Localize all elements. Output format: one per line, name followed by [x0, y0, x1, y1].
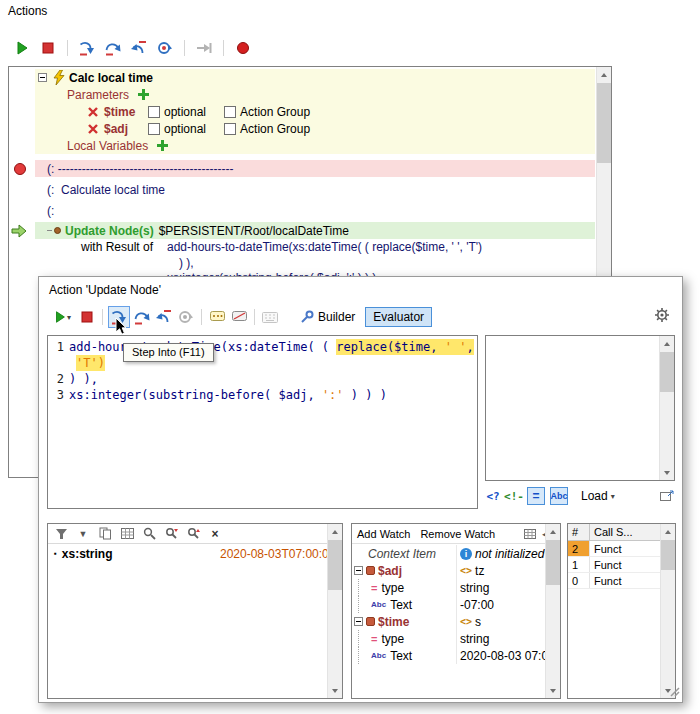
scroll-up-button[interactable]: [597, 67, 611, 82]
scrollbar-thumb[interactable]: [660, 352, 674, 392]
search-prev-icon[interactable]: [185, 526, 201, 542]
watch-row[interactable]: AbcText 2020-08-03 07:00:00: [352, 647, 545, 664]
with-result-row[interactable]: with Result of add-hours-to-dateTime(xs:…: [35, 239, 595, 255]
breakpoint-icon[interactable]: [14, 163, 26, 175]
run-icon[interactable]: [12, 38, 32, 58]
equals-toggle[interactable]: =: [527, 487, 545, 505]
callstack-row[interactable]: 2 Funct: [568, 541, 660, 557]
comment-line-row[interactable]: (: Calculate local time: [35, 181, 595, 198]
parameter-row[interactable]: $time optional Action Group: [35, 103, 595, 120]
watch-row[interactable]: AbcText -07:00: [352, 596, 545, 613]
delete-parameter-icon[interactable]: [85, 121, 101, 137]
settings-gear-icon[interactable]: [652, 305, 672, 325]
local-variables-label: Local Variables: [67, 139, 148, 153]
add-parameter-icon[interactable]: [135, 87, 151, 103]
load-dropdown[interactable]: Load ▾: [581, 489, 615, 503]
copy-icon[interactable]: [97, 526, 113, 542]
scrollbar-thumb[interactable]: [546, 540, 560, 585]
step-current-icon[interactable]: [176, 307, 196, 327]
run-icon[interactable]: ▾: [49, 307, 75, 327]
watch-row[interactable]: =type string: [352, 579, 545, 596]
optional-checkbox[interactable]: [148, 106, 160, 118]
scroll-up-button[interactable]: [660, 336, 674, 351]
line-number: 1: [48, 339, 64, 355]
column-header-number[interactable]: #: [568, 524, 590, 540]
comment-icon[interactable]: <!-: [506, 488, 522, 504]
step-into-icon[interactable]: [77, 38, 97, 58]
watch-row[interactable]: $adj <>tz: [352, 562, 545, 579]
scroll-up-button[interactable]: [661, 524, 675, 539]
run-to-cursor-icon[interactable]: [194, 38, 214, 58]
comment-in-icon[interactable]: [207, 307, 227, 327]
comment-text: (: -------------------------------------…: [47, 162, 234, 176]
search-icon[interactable]: [141, 526, 157, 542]
sort-descending-icon[interactable]: ▼: [75, 526, 91, 542]
scroll-down-button[interactable]: [660, 465, 674, 480]
record-breakpoint-icon[interactable]: [233, 38, 253, 58]
callstack-row[interactable]: 0 Funct: [568, 573, 660, 589]
clear-search-icon[interactable]: ×: [207, 526, 223, 542]
builder-button[interactable]: Builder: [292, 307, 363, 327]
comment-line-row[interactable]: (: -------------------------------------…: [35, 160, 595, 177]
collapse-expander[interactable]: [354, 566, 363, 575]
delete-parameter-icon[interactable]: [85, 104, 101, 120]
results-panel[interactable]: [485, 335, 675, 481]
watch-row[interactable]: =type string: [352, 630, 545, 647]
update-node-action-row[interactable]: Update Node(s) $PERSISTENT/Root/localDat…: [35, 222, 595, 239]
scroll-up-button[interactable]: [328, 524, 342, 539]
local-variables-row[interactable]: Local Variables: [35, 137, 595, 154]
step-current-icon[interactable]: [155, 38, 175, 58]
xpath-code-row[interactable]: ) ),: [35, 255, 595, 270]
comment-out-icon[interactable]: [229, 307, 249, 327]
collapse-expander[interactable]: [354, 617, 363, 626]
stop-icon[interactable]: [38, 38, 58, 58]
comment-text: (: Calculate local time: [47, 183, 165, 197]
collapse-expander[interactable]: [38, 73, 47, 82]
grid-icon[interactable]: [522, 526, 538, 542]
step-over-icon[interactable]: [103, 38, 123, 58]
scroll-down-button[interactable]: [328, 683, 342, 698]
watch-row[interactable]: Context Item inot initialized: [352, 545, 545, 562]
optional-checkbox[interactable]: [148, 123, 160, 135]
highlighted-code-segment: ,: [466, 339, 473, 355]
callstack-row[interactable]: 1 Funct: [568, 557, 660, 573]
xpath-editor[interactable]: 1 add-hours-to-dateTime(xs:dateTime( ( r…: [47, 335, 478, 509]
parameter-row[interactable]: $adj optional Action Group: [35, 120, 595, 137]
action-group-checkbox[interactable]: [224, 123, 236, 135]
processing-instruction-icon[interactable]: <?: [485, 488, 501, 504]
keyboard-icon[interactable]: [260, 307, 280, 327]
watch-row[interactable]: $time <>s: [352, 613, 545, 630]
action-group-checkbox[interactable]: [224, 106, 236, 118]
line-number: [48, 355, 64, 371]
scrollbar-thumb[interactable]: [661, 540, 675, 570]
stop-icon[interactable]: [77, 307, 97, 327]
watch-value: 2020-08-03 07:00:00: [460, 649, 545, 663]
resize-grip[interactable]: [668, 685, 680, 700]
scroll-down-button[interactable]: [546, 683, 560, 698]
evaluator-button[interactable]: Evaluator: [365, 307, 432, 327]
comment-line-row[interactable]: (:: [35, 202, 595, 219]
scroll-up-button[interactable]: [546, 524, 560, 539]
open-in-window-icon[interactable]: [659, 488, 675, 504]
variable-row[interactable]: ▪ xs:string 2020-08-03T07:00:00: [48, 545, 327, 562]
table-icon[interactable]: [119, 526, 135, 542]
add-variable-icon[interactable]: [154, 138, 170, 154]
remove-watch-button[interactable]: Remove Watch: [420, 528, 495, 540]
filter-icon[interactable]: [53, 526, 69, 542]
parameters-row[interactable]: Parameters: [35, 86, 595, 103]
variables-toolbar: ▼ ×: [48, 524, 342, 544]
step-over-icon[interactable]: [132, 307, 152, 327]
scrollbar-thumb[interactable]: [328, 540, 342, 590]
column-header-callstack[interactable]: Call S...: [590, 526, 660, 538]
add-watch-button[interactable]: Add Watch: [357, 528, 410, 540]
action-group-header-row[interactable]: Calc local time: [35, 69, 595, 86]
step-out-icon[interactable]: [154, 307, 174, 327]
run-menu-caret-icon[interactable]: ▾: [67, 313, 71, 322]
action-bullet-icon: [54, 227, 61, 234]
action-group-label: Action Group: [240, 105, 310, 119]
abc-toggle[interactable]: Abc: [550, 487, 568, 505]
watch-panel: Add Watch Remove Watch ◂ ▸ Context Item …: [351, 523, 561, 699]
scrollbar-thumb[interactable]: [597, 83, 611, 163]
step-out-icon[interactable]: [129, 38, 149, 58]
search-next-icon[interactable]: [163, 526, 179, 542]
